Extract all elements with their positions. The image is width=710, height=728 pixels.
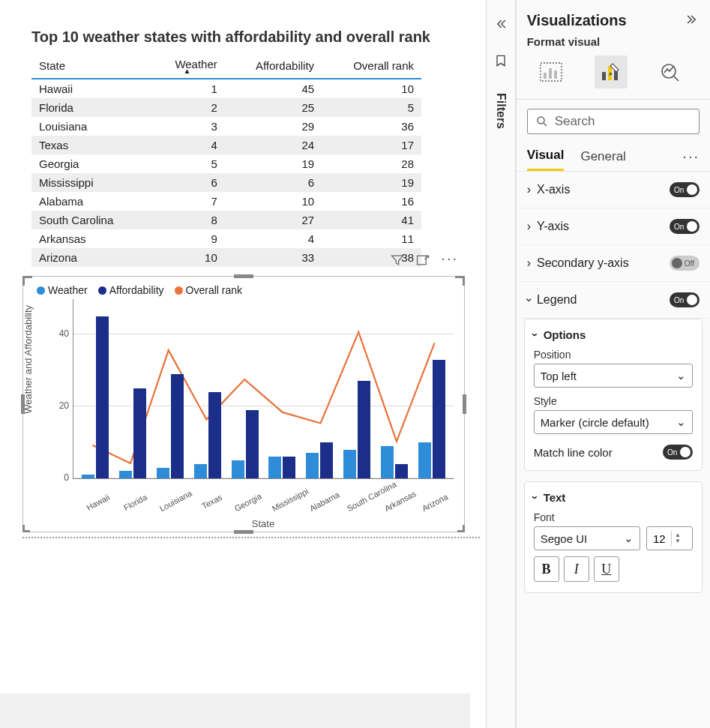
build-visual-tab[interactable] [535,55,568,88]
x-tick-label: Alabama [308,491,339,513]
x-tick-label: Louisiana [158,491,189,513]
chevron-down-icon: › [529,333,542,337]
x-tick-label: South Carolina [346,491,376,513]
italic-button[interactable]: I [564,556,589,582]
legend-swatch-icon [175,286,183,295]
chart-legend: Weather Affordability Overall rank [23,277,464,299]
more-options-icon[interactable]: ··· [441,253,458,270]
data-table[interactable]: State Weather ▲ Affordability Overall ra… [31,53,421,267]
toggle-match-line-color[interactable]: On [663,445,693,460]
col-affordability[interactable]: Affordability [225,53,322,79]
col-state[interactable]: State [31,53,149,79]
table-row[interactable]: Hawaii14510 [31,79,421,98]
x-tick-label: Mississippi [271,491,301,513]
field-label: Font [534,511,693,523]
chevron-down-icon: ⌄ [676,369,686,382]
page-separator [22,537,480,538]
x-axis-title: State [73,518,454,537]
x-tick-label: Hawaii [83,491,114,513]
pane-subtitle: Format visual [517,32,710,55]
toggle-y-axis[interactable]: On [670,219,700,234]
field-label: Match line color [534,446,613,459]
field-label: Style [534,395,693,407]
resize-handle[interactable] [234,274,253,278]
expand-pane-icon[interactable] [493,16,508,34]
legend-options-card: ›Options Position Top left ⌄ Style Marke… [524,319,703,471]
legend-text-card: ›Text Font Segoe UI ⌄ ▲▼ B I U [524,481,703,593]
underline-button[interactable]: U [594,556,619,582]
legend-swatch-icon [98,286,106,295]
search-icon [535,115,549,128]
bold-button[interactable]: B [534,556,559,582]
svg-rect-5 [602,72,606,80]
more-options-icon[interactable]: ··· [682,148,700,165]
legend-swatch-icon [37,286,45,295]
y-axis-title: Weather and Affordability [22,305,34,414]
svg-rect-2 [544,73,547,79]
report-canvas: Top 10 weather states with affordability… [0,0,486,728]
visual-toolbar: ··· [385,250,463,273]
field-label: Position [534,349,693,361]
toggle-secondary-y-axis[interactable]: Off [670,256,700,271]
svg-rect-0 [418,256,427,265]
legend-item[interactable]: Overall rank [175,284,242,296]
chevron-right-icon: › [527,220,531,233]
toggle-x-axis[interactable]: On [670,182,700,197]
chevron-down-icon: › [529,496,542,499]
analytics-tab[interactable] [655,55,688,88]
format-visual-tab[interactable] [595,55,628,88]
chevron-right-icon: › [527,256,531,270]
section-legend[interactable]: ›Legend On [517,282,710,319]
chart-plot-area[interactable]: 02040 [73,299,454,479]
tab-general[interactable]: General [580,143,625,170]
chevron-down-icon: › [522,298,535,301]
step-down-icon[interactable]: ▼ [675,538,681,544]
x-tick-label: Florida [121,491,151,513]
table-row[interactable]: South Carolina82741 [31,211,421,229]
legend-item[interactable]: Weather [37,284,88,296]
section-secondary-y-axis[interactable]: ›Secondary y-axis Off [517,245,710,282]
chevron-right-icon: › [527,183,531,196]
chevron-down-icon: ⌄ [624,532,634,545]
x-tick-label: Arizona [421,491,451,513]
table-row[interactable]: Louisiana32936 [31,117,421,136]
col-overall[interactable]: Overall rank [322,53,421,79]
table-row[interactable]: Florida2255 [31,98,421,117]
font-size-input[interactable] [647,529,671,548]
table-row[interactable]: Georgia51928 [31,154,421,173]
table-row[interactable]: Arizona103338 [31,248,421,267]
report-title: Top 10 weather states with affordability… [31,28,480,46]
visualizations-pane: Visualizations Format visual [516,0,710,728]
table-row[interactable]: Mississippi6619 [31,173,421,192]
toggle-legend[interactable]: On [670,292,700,307]
font-family-select[interactable]: Segoe UI ⌄ [534,526,640,550]
x-tick-label: Texas [196,491,226,513]
focus-mode-icon[interactable] [415,253,430,270]
section-y-axis[interactable]: ›Y-axis On [517,208,710,245]
svg-rect-4 [554,70,557,79]
legend-style-select[interactable]: Marker (circle default) ⌄ [534,410,693,434]
font-size-stepper[interactable]: ▲▼ [646,526,693,550]
section-x-axis[interactable]: ›X-axis On [517,172,710,208]
x-tick-label: Arkansas [383,491,414,513]
bookmark-icon[interactable] [493,53,508,70]
collapsed-filters-pane[interactable]: Filters [486,0,516,728]
svg-point-9 [538,117,544,124]
legend-position-select[interactable]: Top left ⌄ [534,364,693,388]
collapse-pane-icon[interactable] [685,12,700,29]
legend-item[interactable]: Affordability [98,284,164,296]
search-input[interactable]: Search [527,109,700,134]
svg-rect-3 [549,68,552,79]
chart-visual[interactable]: ··· Weather Affordability Overall rank W… [22,276,465,532]
table-row[interactable]: Alabama71016 [31,192,421,211]
search-placeholder: Search [555,114,595,129]
col-weather[interactable]: Weather ▲ [149,53,225,79]
chevron-down-icon: ⌄ [676,415,686,429]
x-tick-label: Georgia [233,491,264,513]
table-row[interactable]: Texas42417 [31,136,421,154]
table-row[interactable]: Arkansas9411 [31,229,421,248]
pane-title: Visualizations [527,12,627,29]
filters-pane-label: Filters [494,93,508,129]
filter-icon[interactable] [390,253,405,270]
tab-visual[interactable]: Visual [527,142,565,171]
